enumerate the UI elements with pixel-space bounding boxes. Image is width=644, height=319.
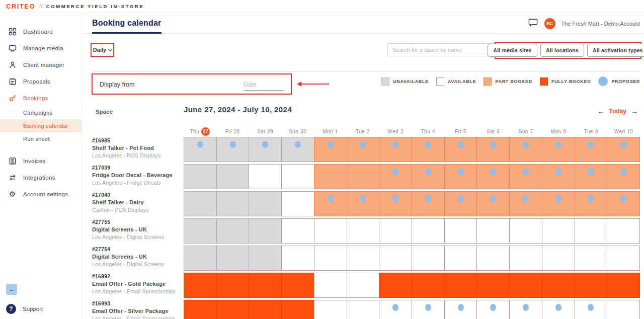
booking-cell-part-booked[interactable] (575, 137, 608, 162)
booking-cell-fully-booked[interactable] (281, 300, 314, 319)
booking-cell-available[interactable] (444, 246, 477, 271)
booking-cell-part-booked[interactable] (607, 137, 640, 162)
booking-cell-available[interactable] (314, 300, 347, 319)
booking-cell-part-booked[interactable] (509, 164, 542, 189)
booking-cell-unavailable[interactable] (184, 218, 217, 244)
booking-cell-fully-booked[interactable] (476, 273, 510, 298)
booking-cell-part-booked[interactable] (444, 137, 477, 162)
booking-cell-unavailable[interactable] (249, 137, 282, 162)
search-input[interactable] (387, 43, 497, 56)
booking-cell-available[interactable] (314, 273, 347, 298)
booking-cell-fully-booked[interactable] (607, 273, 640, 298)
booking-cell-unavailable[interactable] (184, 164, 217, 189)
booking-cell-part-booked[interactable] (314, 164, 347, 189)
booking-cell-available[interactable] (476, 218, 510, 244)
sidebar-subitem-booking-calendar[interactable]: Booking calendar (0, 119, 82, 132)
booking-cell-part-booked[interactable] (542, 137, 575, 162)
booking-cell-part-booked[interactable] (412, 191, 445, 216)
booking-cell-part-booked[interactable] (314, 137, 347, 162)
booking-cell-unavailable[interactable] (281, 137, 314, 162)
booking-cell-fully-booked[interactable] (444, 273, 477, 298)
booking-cell-available[interactable] (476, 246, 510, 271)
booking-cell-part-booked[interactable] (509, 137, 542, 162)
view-mode-dropdown[interactable]: Daily (91, 43, 114, 57)
booking-cell-unavailable[interactable] (184, 137, 217, 162)
booking-cell-available[interactable] (281, 246, 314, 271)
booking-cell-available[interactable] (412, 218, 445, 244)
booking-cell-unavailable[interactable] (216, 218, 250, 244)
booking-cell-part-booked[interactable] (444, 191, 477, 216)
booking-cell-available[interactable] (249, 164, 282, 189)
date-input[interactable]: Date (244, 78, 284, 91)
booking-cell-part-booked[interactable] (542, 191, 575, 216)
support-button[interactable]: ? Support (6, 304, 43, 314)
booking-cell-available[interactable] (444, 300, 477, 319)
booking-cell-part-booked[interactable] (412, 164, 445, 189)
booking-cell-part-booked[interactable] (412, 137, 445, 162)
booking-cell-available[interactable] (575, 218, 608, 244)
booking-cell-available[interactable] (281, 191, 314, 216)
sidebar-item-dashboard[interactable]: Dashboard (0, 23, 82, 40)
booking-cell-part-booked[interactable] (542, 164, 575, 189)
booking-cell-fully-booked[interactable] (216, 273, 250, 298)
prev-arrow-icon[interactable]: ← (598, 108, 605, 115)
booking-cell-part-booked[interactable] (607, 164, 640, 189)
booking-cell-available[interactable] (412, 300, 445, 319)
booking-cell-fully-booked[interactable] (412, 273, 445, 298)
booking-cell-available[interactable] (607, 300, 640, 319)
booking-cell-available[interactable] (281, 164, 314, 189)
booking-cell-unavailable[interactable] (216, 246, 250, 271)
sidebar-subitem-run-sheet[interactable]: Run sheet (0, 132, 82, 145)
booking-cell-unavailable[interactable] (249, 246, 282, 271)
sidebar-item-integrations[interactable]: Integrations (0, 169, 82, 186)
booking-cell-available[interactable] (575, 246, 608, 271)
booking-cell-fully-booked[interactable] (281, 273, 314, 298)
booking-cell-available[interactable] (607, 246, 640, 271)
booking-cell-available[interactable] (379, 300, 412, 319)
booking-cell-available[interactable] (314, 246, 347, 271)
booking-cell-available[interactable] (509, 300, 542, 319)
sidebar-item-account-settings[interactable]: ⚙ Account settings (0, 186, 82, 202)
booking-cell-fully-booked[interactable] (575, 273, 608, 298)
booking-cell-part-booked[interactable] (444, 164, 477, 189)
booking-cell-fully-booked[interactable] (184, 300, 217, 319)
booking-cell-available[interactable] (607, 218, 640, 244)
booking-cell-available[interactable] (412, 246, 445, 271)
sidebar-subitem-campaigns[interactable]: Campaigns (0, 106, 82, 119)
booking-cell-part-booked[interactable] (575, 164, 608, 189)
booking-cell-available[interactable] (509, 218, 542, 244)
booking-cell-fully-booked[interactable] (216, 300, 250, 319)
booking-cell-part-booked[interactable] (379, 137, 412, 162)
chat-icon[interactable] (528, 17, 538, 30)
booking-cell-part-booked[interactable] (607, 191, 640, 216)
booking-cell-available[interactable] (347, 218, 380, 244)
all-activation-types-button[interactable]: All activation types (587, 44, 644, 57)
booking-cell-unavailable[interactable] (184, 246, 217, 271)
booking-cell-available[interactable] (281, 218, 314, 244)
booking-cell-available[interactable] (542, 246, 575, 271)
booking-cell-available[interactable] (379, 246, 412, 271)
all-locations-button[interactable]: All locations (540, 44, 584, 57)
next-arrow-icon[interactable]: → (631, 108, 638, 115)
booking-cell-available[interactable] (509, 246, 542, 271)
booking-cell-available[interactable] (347, 273, 380, 298)
booking-cell-part-booked[interactable] (476, 164, 510, 189)
booking-cell-available[interactable] (347, 246, 380, 271)
account-name[interactable]: The Fresh Mart - Demo Account (561, 21, 640, 27)
booking-cell-available[interactable] (575, 300, 608, 319)
booking-cell-fully-booked[interactable] (184, 273, 217, 298)
booking-cell-available[interactable] (347, 300, 380, 319)
booking-cell-available[interactable] (476, 300, 510, 319)
booking-cell-unavailable[interactable] (216, 164, 250, 189)
booking-cell-fully-booked[interactable] (509, 273, 542, 298)
sidebar-item-proposals[interactable]: Proposals (0, 73, 82, 90)
booking-cell-fully-booked[interactable] (249, 273, 282, 298)
booking-cell-part-booked[interactable] (379, 191, 412, 216)
sidebar-item-bookings[interactable]: Bookings (0, 90, 82, 106)
booking-cell-available[interactable] (379, 218, 412, 244)
booking-cell-available[interactable] (542, 300, 575, 319)
booking-cell-unavailable[interactable] (216, 137, 250, 162)
booking-cell-available[interactable] (444, 218, 477, 244)
booking-cell-available[interactable] (314, 218, 347, 244)
booking-cell-unavailable[interactable] (184, 191, 217, 216)
